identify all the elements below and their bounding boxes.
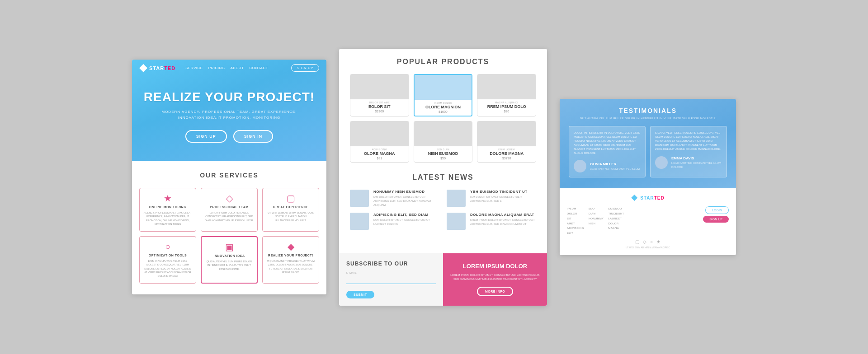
service-desc: QUIS AUTEM VEL EUM IRIURE DOLOR IN HENDR… (205, 260, 253, 271)
product-card-2: MAGNA ALIQUA DI RREM IPSUM DOLO $80 (477, 74, 536, 116)
service-name: REALIZE YOUR PROJECT! (266, 254, 315, 257)
footer-item: AMET (567, 221, 584, 226)
footer-signup-button[interactable]: SIGN UP (703, 216, 729, 223)
footer-item: EUISMOD (608, 206, 624, 211)
product-image (415, 75, 472, 100)
news-text: YBH EUISMOD TINCIDUNT UT IAM DOLOR SIT A… (470, 190, 536, 203)
footer-col-3: EUISMOD TINCIDUNT LAOREET DOLOR MAGNA (608, 206, 624, 236)
testimonials-title: Testimonials (569, 107, 727, 114)
product-image (477, 121, 536, 146)
hero-signup-button[interactable]: SIGN UP (185, 130, 227, 143)
hero-title: REALIZE YOUR PROJECT! (141, 90, 317, 104)
product-name: EOLOR SIT (350, 104, 409, 110)
footer-columns: IPSUM DOLOR SIT AMET ADIPISCING ELIT SEO… (567, 206, 698, 236)
nav-about[interactable]: ABOUT (230, 66, 244, 70)
service-name: INNOVATION IDEA (205, 254, 253, 257)
news-grid: NONUMMY NIBH EUISMOD IAM DOLOR SIT AMET,… (350, 190, 536, 235)
submit-button[interactable]: SUBMIT (346, 291, 374, 298)
product-name: OLORE MAGNION (415, 105, 472, 110)
news-body: EUM DOLOR SIT AMET, CONSECTETUID UT LAOR… (373, 218, 439, 226)
panel-testimonials: Testimonials DUS AUTEM VEL EUM IRIURE DO… (560, 99, 736, 255)
footer-item: SEO (589, 206, 604, 211)
panel-website-main: StarTED SERVICE PRICING ABOUT CONTACT SI… (132, 60, 326, 295)
subscribe-title: SUBSCRIBE TO OUR (346, 261, 436, 267)
star-icon[interactable]: ★ (656, 239, 660, 244)
service-card-team: ◇ PROFESSIONAL TEAM LOREM IPSUM DOLOR SI… (201, 188, 258, 232)
service-card-idea: ▣ INNOVATION IDEA QUIS AUTEM VEL EUM IRI… (201, 236, 258, 284)
nav-service[interactable]: SERVICE (185, 66, 203, 70)
services-section: OUR SERVICES ★ ONLINE MONITORING AGENCY,… (132, 161, 326, 294)
hero-subtitle: MODERN AGENCY, PROFESSIONAL TEAM, GREAT … (141, 109, 317, 121)
testimonials-cards: DOLOR IN HENDRERIT IN VULPUTATE, VELIT E… (569, 126, 727, 177)
footer-item: IPSUM (567, 206, 584, 211)
square-icon: ▢ (266, 194, 315, 203)
footer-item: NIBH (589, 221, 604, 226)
footer-item: NONUMMY (589, 216, 604, 221)
news-image (350, 190, 369, 207)
service-desc: AGENCY, PROFESSIONAL TEAM, GREAT EXPERIE… (143, 211, 192, 226)
testimonial-text: SIGNAT. VELIT ESSE MOLESTIE CONSEQUAT, V… (655, 131, 722, 151)
testimonial-card-0: DOLOR IN HENDRERIT IN VULPUTATE, VELIT E… (569, 126, 646, 177)
products-section: POPULAR PRODUCTS DOLOR SIT AME EOLOR SIT… (350, 58, 536, 163)
news-item-1: YBH EUISMOD TINCIDUNT UT IAM DOLOR SIT A… (447, 190, 536, 207)
hero-signin-button[interactable]: SIGN IN (233, 130, 274, 143)
product-image (350, 121, 409, 146)
circle-icon[interactable]: ○ (650, 239, 653, 244)
footer-item: DOLOR (567, 211, 584, 216)
nav-pricing[interactable]: PRICING (208, 66, 225, 70)
news-item-3: DOLORE MAGNA ALIQUAM ERAT KREM IPSUM DOL… (447, 213, 536, 230)
service-name: ONLINE MONITORING (143, 205, 192, 209)
product-label: IPSUM DOLOR (415, 100, 472, 105)
panel2-content: POPULAR PRODUCTS DOLOR SIT AME EOLOR SIT… (339, 49, 547, 253)
testimonial-person: OLIVIA MILLER LEAD PARTNER COMPANY, VEL … (574, 160, 641, 172)
subscribe-cta: SUBSCRIBE TO OUR E-MAIL SUBMIT LOREM IPS… (339, 253, 547, 306)
footer-item: DIAM (589, 211, 604, 216)
product-price: $3790 (477, 157, 536, 162)
footer-copyright: UT WISI ENIM AD MINIM VENIAM ADIPISC (567, 246, 729, 249)
person-name: OLIVIA MILLER (590, 162, 640, 167)
person-role: HEAD PARTNER COMPANY VEL ILLUM DOLORE (671, 161, 722, 169)
diamond-filled-icon: ◆ (266, 242, 315, 251)
footer-col-2: SEO DIAM NONUMMY NIBH (589, 206, 604, 236)
footer-logo-text: StarTED (640, 196, 664, 200)
footer-login-button[interactable]: LOGIN (705, 206, 729, 214)
news-text: DOLORE MAGNA ALIQUAM ERAT KREM IPSUM DOL… (470, 213, 536, 226)
avatar (574, 160, 586, 172)
services-grid: ★ ONLINE MONITORING AGENCY, PROFESSIONAL… (139, 188, 319, 284)
service-name: GREAT EXPERIENCE (266, 205, 315, 209)
service-name: PROFESSIONAL TEAM (205, 205, 254, 209)
product-price: $81 (350, 157, 409, 162)
service-desc: M QUIS BLANDIT PRAESENT LUPTATUM ZZRIL D… (266, 259, 315, 274)
person-role: LEAD PARTNER COMPANY, VEL ILLUM (590, 167, 640, 171)
product-name: RREM IPSUM DOLO (477, 104, 536, 110)
news-headline: YBH EUISMOD TINCIDUNT UT (470, 190, 536, 194)
service-desc: LOREM IPSUM DOLOR SIT AMET, CONSECTETUER… (205, 211, 254, 222)
footer-logo: StarTED (567, 195, 729, 201)
service-name: OPTIMIZATION TOOLS (143, 254, 192, 257)
nav-signup-button[interactable]: SIGN UP (291, 64, 319, 72)
navigation: StarTED SERVICE PRICING ABOUT CONTACT SI… (132, 60, 326, 77)
footer-logo-icon (631, 195, 637, 201)
nav-contact[interactable]: CONTACT (250, 66, 269, 70)
footer-item: ADIPISCING (567, 226, 584, 231)
news-item-0: NONUMMY NIBH EUISMOD IAM DOLOR SIT AMET,… (350, 190, 439, 207)
diamond-icon: ◇ (205, 194, 254, 203)
product-card-5: ENIM LOREM DOLORE MAGNA $3790 (477, 121, 536, 163)
circle-icon: ○ (143, 242, 192, 251)
product-price: $2300 (350, 110, 409, 115)
product-image (477, 75, 536, 99)
product-price: $50 (414, 157, 472, 162)
diamond-icon[interactable]: ◇ (643, 239, 646, 244)
email-label: E-MAIL (346, 271, 436, 274)
product-label: ADIPISCING (350, 146, 409, 151)
footer-item: ELIT (567, 231, 584, 236)
logo[interactable]: StarTED (139, 64, 175, 72)
more-info-button[interactable]: MORE INFO (477, 287, 513, 296)
service-card-monitoring: ★ ONLINE MONITORING AGENCY, PROFESSIONAL… (139, 188, 196, 232)
hero-content: REALIZE YOUR PROJECT! MODERN AGENCY, PRO… (132, 77, 326, 161)
product-label: ENIM LOREM (477, 146, 536, 151)
email-input[interactable] (346, 278, 436, 284)
footer-item: LAOREET (608, 216, 624, 221)
square-icon[interactable]: ▢ (635, 239, 639, 244)
product-price: $1000 (415, 110, 472, 116)
